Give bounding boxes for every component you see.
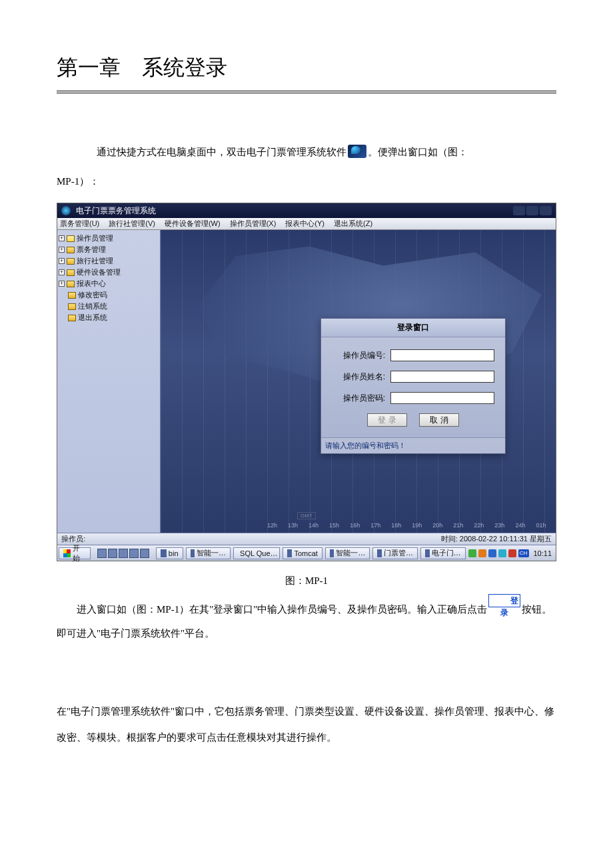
taskbar-button[interactable]: 电子门… bbox=[420, 547, 466, 559]
ql-icon[interactable] bbox=[119, 549, 128, 558]
folder-icon bbox=[68, 303, 76, 310]
taskbar-button[interactable]: SQL Que… bbox=[233, 547, 280, 559]
tray-icon[interactable] bbox=[488, 549, 496, 557]
folder-icon bbox=[161, 549, 167, 557]
taskbar-button[interactable]: 门票管… bbox=[372, 547, 418, 559]
tomcat-icon bbox=[287, 549, 292, 557]
ql-icon[interactable] bbox=[140, 549, 149, 558]
tray-icon[interactable] bbox=[478, 549, 486, 557]
body-paragraph: 进入窗口如（图：MP-1）在其"登录窗口"中输入操作员编号、及操作员密码。输入正… bbox=[57, 594, 556, 645]
operator-name-input[interactable] bbox=[390, 371, 494, 383]
menu-item[interactable]: 报表中心(Y) bbox=[285, 219, 324, 229]
menubar: 票务管理(U) 旅行社管理(V) 硬件设备管理(W) 操作员管理(X) 报表中心… bbox=[57, 218, 556, 230]
hour-scale: 12h13h14h15h16h17h18h19h20h21h22h23h24h0… bbox=[267, 522, 556, 529]
menu-item[interactable]: 操作员管理(X) bbox=[230, 219, 277, 229]
quick-launch bbox=[97, 549, 149, 558]
login-button[interactable]: 登 录 bbox=[367, 413, 407, 427]
ql-icon[interactable] bbox=[108, 549, 117, 558]
inline-login-button-icon: 登录 bbox=[488, 594, 520, 607]
menu-item[interactable]: 退出系统(Z) bbox=[334, 219, 372, 229]
taskbar-button[interactable]: Tomcat bbox=[283, 547, 322, 559]
figure-caption: 图：MP-1 bbox=[57, 575, 556, 587]
chapter-title: 第一章 系统登录 bbox=[57, 53, 556, 83]
operator-id-label: 操作员编号: bbox=[332, 350, 386, 361]
intro-paragraph: 通过快捷方式在电脑桌面中，双击电子门票管理系统软件。便弹出窗口如（图： bbox=[57, 140, 556, 164]
navigation-tree: +操作员管理 +票务管理 +旅行社管理 +硬件设备管理 +报表中心 修改密码 注… bbox=[57, 230, 161, 533]
statusbar: 操作员: 时间: 2008-02-22 10:11:31 星期五 bbox=[57, 533, 556, 545]
ql-icon[interactable] bbox=[129, 549, 139, 558]
folder-icon bbox=[67, 281, 75, 287]
status-time: 时间: 2008-02-22 10:11:31 星期五 bbox=[441, 534, 552, 544]
tree-node[interactable]: +票务管理 bbox=[59, 244, 159, 255]
gmt-marker: GMT bbox=[297, 512, 316, 519]
expand-box-icon[interactable]: + bbox=[59, 269, 65, 275]
app-screenshot: 电子门票票务管理系统 票务管理(U) 旅行社管理(V) 硬件设备管理(W) 操作… bbox=[57, 203, 556, 561]
taskbar-button[interactable]: bin bbox=[156, 547, 183, 559]
taskbar-clock: 10:11 bbox=[534, 549, 552, 557]
tree-node[interactable]: +旅行社管理 bbox=[59, 255, 159, 267]
tree-node[interactable]: 修改密码 bbox=[59, 289, 159, 301]
operator-pwd-input[interactable] bbox=[390, 392, 494, 404]
main-canvas: GMT 12h13h14h15h16h17h18h19h20h21h22h23h… bbox=[161, 230, 556, 533]
window-title: 电子门票票务管理系统 bbox=[76, 205, 513, 217]
language-indicator[interactable]: CH bbox=[518, 549, 529, 557]
minimize-button[interactable] bbox=[513, 206, 525, 215]
ie-icon bbox=[191, 549, 195, 557]
taskbar: 开始 bin 智能一… SQL Que… Tomcat 智能一… 门票管… 电子… bbox=[57, 545, 556, 561]
taskbar-button[interactable]: 智能一… bbox=[325, 547, 370, 559]
login-hint: 请输入您的编号和密码！ bbox=[321, 437, 505, 453]
menu-item[interactable]: 旅行社管理(V) bbox=[109, 219, 155, 229]
folder-icon bbox=[68, 292, 76, 299]
menu-item[interactable]: 票务管理(U) bbox=[60, 219, 99, 229]
body-paragraph: 在"电子门票管理系统软件"窗口中，它包括票务管理、门票类型设置、硬件设备设置、操… bbox=[57, 699, 556, 751]
app-shortcut-icon bbox=[348, 145, 366, 158]
operator-id-input[interactable] bbox=[390, 349, 494, 361]
tree-node[interactable]: 退出系统 bbox=[59, 312, 159, 323]
expand-box-icon[interactable]: + bbox=[59, 258, 65, 264]
ql-icon[interactable] bbox=[97, 549, 107, 558]
operator-name-label: 操作员姓名: bbox=[332, 371, 386, 383]
tray-icon[interactable] bbox=[508, 549, 516, 557]
tray-icon[interactable] bbox=[468, 549, 476, 557]
tree-node[interactable]: +硬件设备管理 bbox=[59, 267, 159, 278]
expand-box-icon[interactable]: + bbox=[59, 235, 65, 241]
menu-item[interactable]: 硬件设备管理(W) bbox=[165, 219, 221, 229]
login-dialog-title: 登录窗口 bbox=[321, 319, 505, 337]
app-icon bbox=[377, 549, 382, 557]
start-button[interactable]: 开始 bbox=[59, 547, 91, 559]
folder-open-icon bbox=[67, 235, 75, 242]
system-tray: CH 10:11 bbox=[468, 549, 555, 557]
folder-icon bbox=[67, 247, 75, 253]
tree-node[interactable]: +操作员管理 bbox=[59, 233, 159, 244]
window-titlebar: 电子门票票务管理系统 bbox=[57, 203, 556, 218]
intro-paragraph-line2: MP-1）： bbox=[57, 169, 556, 193]
operator-pwd-label: 操作员密码: bbox=[332, 393, 386, 404]
tree-node[interactable]: 注销系统 bbox=[59, 301, 159, 312]
expand-box-icon[interactable]: + bbox=[59, 247, 65, 253]
expand-box-icon[interactable]: + bbox=[59, 281, 65, 287]
folder-icon bbox=[67, 258, 75, 265]
maximize-button[interactable] bbox=[526, 206, 538, 215]
ie-icon bbox=[330, 549, 334, 557]
heading-rule bbox=[57, 91, 556, 93]
app-icon bbox=[425, 549, 430, 557]
app-icon bbox=[61, 206, 71, 215]
folder-icon bbox=[67, 269, 75, 276]
login-dialog: 登录窗口 操作员编号: 操作员姓名: 操作员密码: 登 录 取 消 请输入您的编… bbox=[320, 318, 506, 454]
tray-icon[interactable] bbox=[498, 549, 506, 557]
windows-logo-icon bbox=[63, 549, 71, 557]
tree-node[interactable]: +报表中心 bbox=[59, 278, 159, 289]
close-button[interactable] bbox=[540, 206, 552, 215]
folder-icon bbox=[68, 315, 76, 321]
cancel-button[interactable]: 取 消 bbox=[419, 413, 459, 427]
taskbar-button[interactable]: 智能一… bbox=[186, 547, 231, 559]
